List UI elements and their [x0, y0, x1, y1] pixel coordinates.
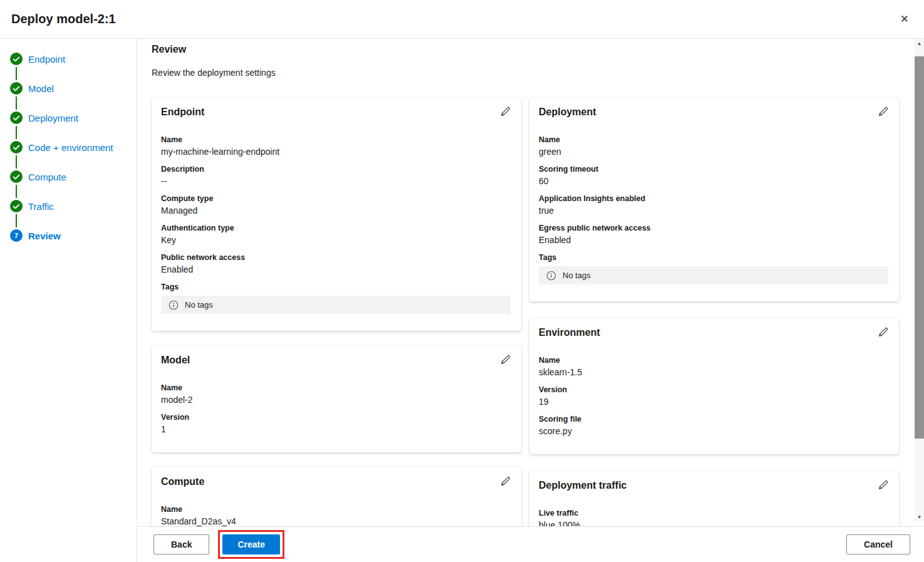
review-card-deployment-traffic: Deployment trafficLive trafficblue 100% [529, 471, 899, 526]
field-scoring-timeout: Scoring timeout60 [539, 164, 888, 187]
card-fields: NamegreenScoring timeout60Application In… [539, 135, 888, 284]
edit-model-button[interactable] [499, 353, 512, 367]
page-title: Review [152, 44, 899, 55]
card-fields: Namesklearn-1.5Version19Scoring filescor… [539, 355, 888, 437]
field-value: Managed [161, 205, 511, 217]
sidebar-step-endpoint[interactable]: Endpoint [10, 53, 137, 65]
field-value: Enabled [539, 234, 888, 246]
edit-environment-button[interactable] [876, 326, 890, 339]
deploy-model-dialog: Deploy model-2:1 ✕ EndpointModelDeployme… [0, 0, 924, 562]
edit-endpoint-button[interactable] [499, 105, 512, 118]
field-public-network-access: Public network accessEnabled [161, 252, 511, 276]
card-fields: Live trafficblue 100% [539, 508, 888, 526]
field-value: -- [161, 175, 511, 187]
field-version: Version19 [539, 385, 888, 408]
cancel-button[interactable]: Cancel [846, 534, 910, 554]
step-label: Code + environment [28, 142, 113, 153]
info-icon [546, 271, 556, 281]
step-check-icon [10, 53, 23, 65]
edit-deployment-button[interactable] [876, 105, 890, 118]
review-card-environment: EnvironmentNamesklearn-1.5Version19Scori… [529, 318, 899, 454]
field-value: 60 [539, 175, 888, 187]
scrollbar-up-arrow-icon[interactable]: ▲ [915, 39, 924, 48]
vertical-scrollbar[interactable]: ▲ ▼ [915, 39, 924, 522]
step-label: Endpoint [28, 54, 65, 65]
field-application-insights-enabled: Application Insights enabledtrue [539, 194, 888, 217]
field-label: Version [539, 385, 888, 395]
page-subtitle: Review the deployment settings [152, 68, 899, 78]
create-button[interactable]: Create [222, 534, 280, 554]
sidebar-step-deployment[interactable]: Deployment [10, 112, 137, 124]
edit-pencil-icon [878, 110, 888, 119]
step-check-icon [10, 200, 23, 212]
dialog-header: Deploy model-2:1 ✕ [0, 0, 924, 39]
review-card-endpoint: EndpointNamemy-machine-learning-endpoint… [152, 97, 521, 331]
scrollbar-down-arrow-icon[interactable]: ▼ [915, 513, 924, 522]
close-button[interactable]: ✕ [898, 11, 911, 27]
field-label: Description [161, 164, 511, 175]
tags-empty-bar: No tags [539, 266, 888, 284]
field-label: Public network access [161, 252, 511, 263]
step-connector [16, 155, 17, 169]
field-name: Namemy-machine-learning-endpoint [161, 135, 511, 158]
field-label: Application Insights enabled [539, 194, 888, 204]
field-egress-public-network-access: Egress public network accessEnabled [539, 223, 888, 246]
field-name: Namemodel-2 [161, 383, 511, 406]
wizard-stepper-sidebar: EndpointModelDeploymentCode + environmen… [0, 39, 137, 562]
field-label: Version [161, 412, 511, 423]
info-icon [169, 300, 179, 310]
sidebar-step-review[interactable]: 7Review [10, 229, 137, 242]
field-value: Standard_D2as_v4 [161, 516, 511, 526]
field-label: Egress public network access [539, 223, 888, 234]
step-connector [16, 185, 17, 198]
field-label: Authentication type [161, 223, 511, 234]
cards-column-left: EndpointNamemy-machine-learning-endpoint… [152, 97, 521, 526]
field-description: Description-- [161, 164, 511, 187]
field-compute-type: Compute typeManaged [161, 194, 511, 217]
close-icon: ✕ [900, 13, 909, 25]
field-version: Version1 [161, 412, 511, 435]
field-name: NameStandard_D2as_v4 [161, 504, 511, 526]
field-value: model-2 [161, 394, 511, 406]
edit-compute-button[interactable] [499, 475, 512, 488]
field-value: 19 [539, 396, 888, 408]
review-card-compute: ComputeNameStandard_D2as_v4 [152, 467, 521, 526]
review-card-model: ModelNamemodel-2Version1 [152, 345, 521, 452]
field-label: Tags [539, 252, 888, 263]
step-label: Review [28, 231, 61, 241]
step-connector [16, 214, 17, 227]
step-check-icon [10, 112, 23, 124]
step-check-icon [10, 141, 23, 154]
edit-pencil-icon [878, 330, 888, 340]
edit-deployment-traffic-button[interactable] [876, 479, 890, 492]
edit-pencil-icon [500, 358, 511, 367]
step-label: Deployment [28, 113, 78, 123]
review-content: Review Review the deployment settings En… [137, 39, 924, 526]
field-value: my-machine-learning-endpoint [161, 146, 511, 158]
scrollbar-thumb[interactable] [915, 56, 924, 439]
step-number-badge: 7 [10, 229, 23, 242]
field-value: score.py [539, 425, 888, 437]
step-label: Compute [28, 172, 66, 182]
field-tags: TagsNo tags [161, 282, 511, 314]
field-live-traffic: Live trafficblue 100% [539, 508, 888, 526]
field-value: Key [161, 234, 511, 246]
back-button[interactable]: Back [153, 534, 209, 554]
sidebar-step-compute[interactable]: Compute [10, 170, 137, 183]
field-label: Tags [161, 282, 511, 293]
sidebar-step-traffic[interactable]: Traffic [10, 200, 137, 212]
card-title: Deployment [539, 107, 888, 118]
field-label: Name [161, 135, 511, 145]
step-check-icon [10, 170, 23, 183]
step-connector [16, 126, 17, 139]
card-title: Deployment traffic [539, 480, 888, 491]
field-value: 1 [161, 424, 511, 435]
field-name: Namegreen [539, 135, 888, 158]
sidebar-step-model[interactable]: Model [10, 82, 137, 95]
tags-empty-text: No tags [185, 300, 213, 310]
field-value: sklearn-1.5 [539, 367, 888, 378]
sidebar-step-code-environment[interactable]: Code + environment [10, 141, 137, 154]
step-label: Model [28, 83, 54, 94]
field-label: Name [539, 355, 888, 366]
card-fields: Namemy-machine-learning-endpointDescript… [161, 135, 511, 314]
